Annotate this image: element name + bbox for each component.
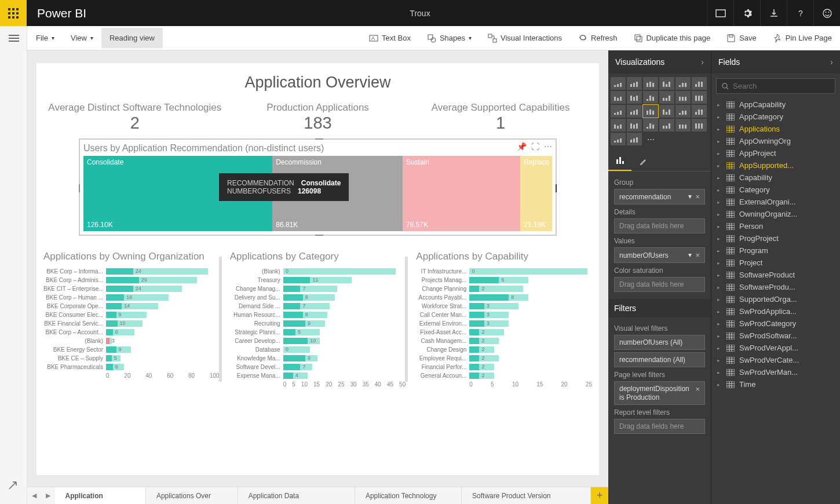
viz-type-icon[interactable]	[611, 119, 626, 132]
duplicate-button[interactable]: Duplicate this page	[626, 28, 719, 49]
tab-next[interactable]: ▶	[41, 487, 55, 505]
save-button[interactable]: Save	[718, 28, 765, 49]
bar-row[interactable]: Strategic Planni...5	[230, 328, 406, 337]
viz-type-icon[interactable]	[611, 133, 626, 145]
bar-row[interactable]: BKE Corp – Human ...16	[43, 293, 220, 302]
viz-type-icon[interactable]	[675, 91, 691, 104]
fullscreen-icon[interactable]	[707, 0, 733, 26]
fields-search[interactable]	[716, 78, 835, 94]
viz-type-icon[interactable]	[692, 77, 707, 90]
viz-type-icon[interactable]	[611, 105, 626, 118]
field-table[interactable]: ▸ExternalOrgani...	[711, 196, 840, 208]
viz-type-icon[interactable]	[627, 91, 642, 104]
view-menu[interactable]: View▾	[63, 28, 101, 48]
bar-row[interactable]: Call Center Man...3	[416, 311, 592, 319]
viz-type-icon[interactable]	[627, 105, 642, 118]
field-table[interactable]: ▸Category	[711, 184, 840, 196]
bar-row[interactable]: BKE Corporate Ope...14	[43, 302, 220, 311]
field-table[interactable]: ▸Person	[711, 220, 840, 232]
bar-chart-category[interactable]: Applications by Category (Blank)0Treasur…	[230, 251, 406, 388]
more-icon[interactable]: ⋯	[544, 142, 552, 151]
bar-row[interactable]: Expense Mana...4	[230, 371, 406, 380]
bar-row[interactable]: External Environ...3	[416, 319, 592, 328]
bar-row[interactable]: Treasury11	[230, 276, 406, 284]
page-tab[interactable]: Application Overview	[55, 487, 146, 505]
viz-type-icon[interactable]	[659, 105, 674, 118]
viz-type-icon[interactable]	[659, 119, 674, 132]
bar-row[interactable]: BKE Corp – Informa...24	[43, 267, 220, 276]
field-table[interactable]: ▸Applications	[711, 123, 840, 135]
bar-row[interactable]: BKE Financial Servic...10	[43, 319, 220, 328]
bar-row[interactable]: BKE Corp – Account...6	[43, 328, 220, 337]
viz-type-icon[interactable]	[627, 77, 642, 90]
bar-row[interactable]: BKE CIT – Enterprise...24	[43, 284, 220, 293]
bar-row[interactable]: Career Develop...10	[230, 337, 406, 345]
bar-row[interactable]: Change Manag...7	[230, 284, 406, 293]
viz-type-icon[interactable]	[643, 91, 658, 104]
bar-row[interactable]: Demand Side ...7	[230, 302, 406, 311]
focus-mode-icon[interactable]: ⛶	[531, 142, 539, 151]
page-tab[interactable]: Applications Over Time	[146, 487, 238, 505]
page-tab[interactable]: Application Data Completeness	[238, 487, 355, 505]
viz-type-icon[interactable]	[675, 119, 691, 132]
bar-row[interactable]: Human Resourc...8	[230, 311, 406, 319]
add-page-button[interactable]: +	[591, 487, 608, 505]
field-table[interactable]: ▸ProgProject	[711, 232, 840, 244]
bar-row[interactable]: Software Devel...7	[230, 363, 406, 371]
viz-type-icon[interactable]	[611, 91, 626, 104]
field-table[interactable]: ▸AppCapability	[711, 98, 840, 111]
bar-row[interactable]: BKE Consumer Elec...9	[43, 311, 220, 319]
viz-type-icon[interactable]	[692, 119, 707, 132]
tab-prev[interactable]: ◀	[27, 487, 41, 505]
shapes-button[interactable]: Shapes▾	[419, 28, 480, 49]
bar-row[interactable]: General Accoun...2	[416, 371, 592, 380]
kpi-card[interactable]: Average Supported Capabilities1	[409, 102, 592, 133]
gear-icon[interactable]	[733, 0, 760, 26]
treemap-visual[interactable]: 📌 ⛶ ⋯ Users by Application Recommendatio…	[79, 138, 557, 236]
visual-filter[interactable]: recommendation (All)	[614, 352, 705, 367]
fields-header[interactable]: Fields›	[711, 50, 840, 74]
field-table[interactable]: ▸AppOwningOrg	[711, 135, 840, 147]
pin-button[interactable]: Pin Live Page	[765, 28, 840, 49]
bar-row[interactable]: Employee Requi...2	[416, 354, 592, 363]
viz-type-icon[interactable]	[692, 105, 707, 118]
field-table[interactable]: ▸SwProdVerAppl...	[711, 342, 840, 354]
viz-type-icon[interactable]	[659, 91, 674, 104]
bar-row[interactable]: Cash Managem...2	[416, 337, 592, 345]
expand-icon[interactable]	[8, 481, 17, 492]
page-tab[interactable]: Software Product Version Overview	[462, 487, 591, 505]
field-table[interactable]: ▸SwProdCategory	[711, 317, 840, 330]
treemap-cell[interactable]: Replace21.19K	[520, 156, 552, 231]
bar-row[interactable]: Knowledge Ma...9	[230, 354, 406, 363]
bar-row[interactable]: Fixed-Asset Acc...2	[416, 328, 592, 337]
bar-row[interactable]: Financial Perfor...2	[416, 363, 592, 371]
bar-chart-capability[interactable]: Applications by Capability IT Infrastruc…	[416, 251, 592, 388]
bar-row[interactable]: (Blank)0	[230, 267, 406, 276]
app-launcher[interactable]	[0, 0, 27, 26]
field-table[interactable]: ▸AppSupported...	[711, 159, 840, 171]
field-table[interactable]: ▸SwProdApplica...	[711, 305, 840, 317]
bar-row[interactable]: BKE CE – Supply5	[43, 354, 220, 363]
viz-type-icon[interactable]	[643, 77, 658, 90]
group-well[interactable]: recommendation▾×	[614, 189, 705, 204]
bar-row[interactable]: Recruiting9	[230, 319, 406, 328]
pin-visual-icon[interactable]: 📌	[517, 142, 527, 151]
viz-type-icon[interactable]	[627, 119, 642, 132]
viz-type-icon[interactable]	[659, 77, 674, 90]
viz-type-icon[interactable]	[643, 105, 658, 118]
bar-row[interactable]: BKE Pharmaceuticals6	[43, 363, 220, 371]
colorsat-well[interactable]: Drag data fields here	[614, 277, 705, 292]
page-filter[interactable]: deploymentDisposition×is Production	[614, 381, 705, 405]
field-table[interactable]: ▸SwProdSoftwar...	[711, 330, 840, 342]
field-table[interactable]: ▸SoftwareProduct	[711, 269, 840, 281]
field-table[interactable]: ▸Program	[711, 244, 840, 257]
format-tab[interactable]	[631, 151, 655, 171]
values-well[interactable]: numberOfUsers▾×	[614, 247, 705, 263]
field-table[interactable]: ▸SwProdVerCate...	[711, 354, 840, 366]
remove-icon[interactable]: ×	[695, 192, 700, 201]
field-table[interactable]: ▸Capability	[711, 171, 840, 184]
help-icon[interactable]: ?	[787, 0, 813, 26]
field-table[interactable]: ▸Time	[711, 378, 840, 390]
bar-row[interactable]: BKE Energy Sector9	[43, 345, 220, 354]
remove-icon[interactable]: ×	[695, 251, 700, 260]
